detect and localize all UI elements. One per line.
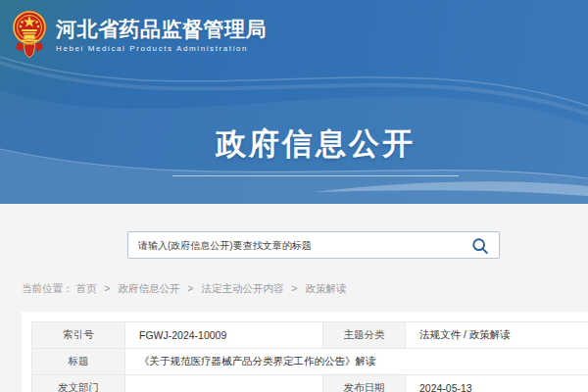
- site-title: 河北省药品监督管理局: [56, 18, 267, 40]
- field-label-subject-category: 主题分类: [323, 322, 406, 349]
- breadcrumb-prefix: 当前位置：: [22, 282, 74, 294]
- banner-underline: [172, 175, 459, 176]
- breadcrumb-item-policy-interpretation[interactable]: 政策解读: [305, 282, 346, 294]
- field-value-index-number: FGWJ-2024-10009: [125, 322, 323, 349]
- breadcrumb-separator: >: [187, 282, 193, 294]
- record-meta-table: 索引号 FGWJ-2024-10009 主题分类 法规文件 / 政策解读 标题 …: [31, 321, 588, 392]
- page: 河北省药品监督管理局 Hebei Medical Products Admini…: [0, 0, 588, 392]
- national-emblem-icon: [12, 9, 47, 66]
- field-label-index-number: 索引号: [32, 322, 125, 349]
- site-title-english: Hebei Medical Products Administration: [56, 44, 267, 53]
- breadcrumb-separator: >: [291, 282, 297, 294]
- breadcrumb: 当前位置： 首页 > 政府信息公开 > 法定主动公开内容 > 政策解读: [22, 282, 346, 296]
- field-label-publish-date: 发布日期: [323, 375, 406, 392]
- site-title-block: 河北省药品监督管理局 Hebei Medical Products Admini…: [56, 9, 267, 53]
- field-label-title: 标题: [32, 349, 125, 375]
- breadcrumb-item-info-disclosure[interactable]: 政府信息公开: [118, 282, 179, 294]
- search-icon: [471, 237, 489, 255]
- banner-title: 政府信息公开: [172, 123, 459, 165]
- page-banner: 河北省药品监督管理局 Hebei Medical Products Admini…: [0, 0, 588, 204]
- record-card: 索引号 FGWJ-2024-10009 主题分类 法规文件 / 政策解读 标题 …: [22, 312, 588, 392]
- banner-heading: 政府信息公开: [172, 123, 459, 176]
- breadcrumb-item-home[interactable]: 首页: [75, 282, 96, 294]
- field-value-issuing-department: [125, 375, 323, 392]
- field-value-title: 《关于规范医疗器械产品分类界定工作的公告》解读: [125, 349, 588, 375]
- search-box: [127, 231, 500, 259]
- field-label-issuing-department: 发文部门: [32, 375, 125, 392]
- site-logo-link[interactable]: 河北省药品监督管理局 Hebei Medical Products Admini…: [12, 9, 267, 66]
- breadcrumb-separator: >: [104, 282, 110, 294]
- field-value-publish-date: 2024-05-13: [406, 375, 588, 392]
- breadcrumb-item-statutory-content[interactable]: 法定主动公开内容: [201, 282, 283, 294]
- field-value-subject-category: 法规文件 / 政策解读: [406, 322, 588, 349]
- search-button[interactable]: [471, 237, 489, 255]
- search-input[interactable]: [128, 232, 499, 258]
